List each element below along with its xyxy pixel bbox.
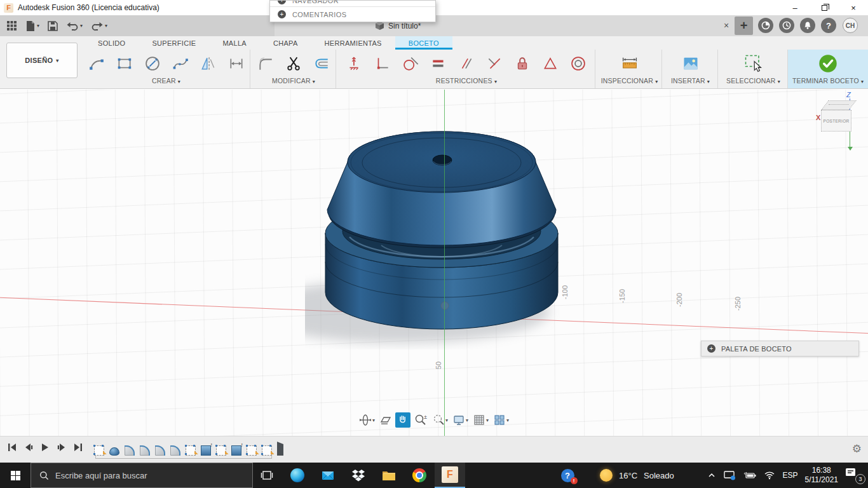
taskbar-search[interactable] bbox=[31, 463, 253, 488]
timeline-feature-extrude[interactable] bbox=[231, 445, 241, 456]
polygon-constraint-button[interactable] bbox=[538, 51, 563, 76]
battery-icon[interactable] bbox=[743, 471, 757, 480]
save-button[interactable] bbox=[48, 21, 58, 31]
timeline-feature-sketch[interactable] bbox=[94, 445, 104, 456]
fillet-tool-button[interactable] bbox=[253, 51, 278, 76]
weather-widget[interactable]: 16°C Soleado bbox=[600, 463, 708, 488]
pan-button[interactable] bbox=[395, 412, 410, 428]
minimize-button[interactable]: – bbox=[780, 0, 810, 15]
tab-chapa[interactable]: CHAPA bbox=[260, 36, 311, 50]
spline-tool-button[interactable] bbox=[168, 51, 193, 76]
zoom-button[interactable]: ± bbox=[412, 412, 429, 428]
group-insertar-label[interactable]: INSERTAR ▾ bbox=[663, 77, 717, 88]
job-status-button[interactable] bbox=[758, 18, 773, 33]
menu-item-navegador-clipped[interactable]: +NAVEGADOR bbox=[270, 1, 435, 7]
play-button[interactable] bbox=[39, 442, 51, 453]
tab-malla[interactable]: MALLA bbox=[209, 36, 260, 50]
group-modificar-label[interactable]: MODIFICAR ▾ bbox=[252, 77, 336, 88]
lock-constraint-button[interactable] bbox=[510, 51, 535, 76]
cast-display-icon[interactable] bbox=[723, 470, 736, 480]
vertical-constraint-button[interactable] bbox=[342, 51, 367, 76]
new-tab-button[interactable]: + bbox=[735, 17, 753, 35]
go-to-end-button[interactable] bbox=[72, 442, 84, 453]
timeline-feature-sketch[interactable] bbox=[262, 445, 272, 456]
tab-solido[interactable]: SOLIDO bbox=[85, 36, 139, 50]
file-menu-button[interactable]: ▾ bbox=[25, 20, 39, 32]
tangent-constraint-button[interactable] bbox=[398, 51, 423, 76]
timeline-feature-fillet[interactable] bbox=[155, 445, 165, 456]
mirror-tool-button[interactable] bbox=[196, 51, 221, 76]
timeline-feature-revolve[interactable] bbox=[109, 447, 119, 456]
help-button[interactable]: ? bbox=[821, 18, 836, 33]
viewcube-front-face[interactable]: POSTERIOR bbox=[821, 110, 851, 132]
restore-button[interactable] bbox=[810, 0, 839, 15]
rectangle-tool-button[interactable] bbox=[112, 51, 137, 76]
timeline-feature-sketch[interactable] bbox=[216, 445, 226, 456]
tab-superficie[interactable]: SUPERFICIE bbox=[139, 36, 209, 50]
tab-close-button[interactable]: × bbox=[720, 19, 733, 32]
menu-item-comentarios[interactable]: + COMENTARIOS bbox=[270, 7, 435, 22]
mail-button[interactable] bbox=[313, 463, 343, 488]
clock[interactable]: 16:38 5/11/2021 bbox=[805, 466, 839, 485]
offset-tool-button[interactable] bbox=[309, 51, 334, 76]
grid-settings-button[interactable]: ▾ bbox=[471, 412, 490, 428]
group-seleccionar-label[interactable]: SELECCIONAR ▾ bbox=[719, 77, 787, 88]
wifi-icon[interactable] bbox=[764, 471, 775, 480]
timeline-feature-sketch[interactable] bbox=[186, 445, 196, 456]
circle-tool-button[interactable] bbox=[140, 51, 165, 76]
edge-button[interactable] bbox=[282, 463, 313, 488]
collinear-constraint-button[interactable] bbox=[482, 51, 507, 76]
dimension-tool-button[interactable] bbox=[224, 51, 249, 76]
group-inspeccionar-label[interactable]: INSPECCIONAR ▾ bbox=[597, 77, 661, 88]
measure-tool-button[interactable] bbox=[617, 51, 642, 76]
perpendicular-constraint-button[interactable] bbox=[370, 51, 395, 76]
sketch-palette-bar[interactable]: + PALETA DE BOCETO bbox=[701, 341, 859, 356]
finish-sketch-button[interactable] bbox=[815, 51, 841, 76]
select-tool-button[interactable] bbox=[741, 51, 766, 76]
zoom-window-button[interactable]: ▾ bbox=[431, 412, 449, 428]
close-button[interactable]: × bbox=[839, 0, 868, 15]
viewport[interactable]: -100 -150 -200 -250 50 Z X POSTERIOR + P… bbox=[0, 90, 868, 436]
timeline-position-marker[interactable] bbox=[277, 442, 283, 456]
action-center-button[interactable]: 3 bbox=[845, 468, 864, 483]
start-button[interactable] bbox=[0, 463, 31, 488]
timeline-feature-sketch[interactable] bbox=[247, 445, 257, 456]
redo-button[interactable]: ▾ bbox=[91, 21, 107, 31]
group-restricciones-label[interactable]: RESTRICCIONES ▾ bbox=[338, 77, 595, 88]
viewcube[interactable]: Z X POSTERIOR bbox=[816, 92, 865, 156]
timeline-feature-fillet[interactable] bbox=[140, 445, 150, 456]
chrome-button[interactable] bbox=[404, 463, 435, 488]
viewports-button[interactable]: ▾ bbox=[492, 412, 510, 428]
orbit-button[interactable]: ▾ bbox=[358, 412, 376, 428]
hidden-icons-chevron[interactable] bbox=[707, 471, 716, 479]
tab-boceto[interactable]: BOCETO bbox=[395, 36, 452, 50]
tab-herramientas[interactable]: HERRAMIENTAS bbox=[311, 36, 395, 50]
get-help-button[interactable]: ? ! bbox=[552, 463, 583, 488]
task-view-button[interactable] bbox=[252, 463, 282, 488]
group-terminar-label[interactable]: TERMINAR BOCETO ▾ bbox=[788, 77, 868, 88]
arc-tool-button[interactable] bbox=[84, 51, 109, 76]
file-explorer-button[interactable] bbox=[374, 463, 404, 488]
fusion360-taskbar-button[interactable]: F bbox=[435, 463, 465, 488]
group-crear-label[interactable]: CREAR ▾ bbox=[83, 77, 250, 88]
look-at-button[interactable] bbox=[378, 412, 393, 428]
equal-constraint-button[interactable] bbox=[426, 51, 451, 76]
history-button[interactable] bbox=[779, 18, 794, 33]
insert-image-button[interactable] bbox=[678, 51, 703, 76]
timeline-feature-extrude[interactable] bbox=[201, 445, 211, 456]
environment-dropdown[interactable]: DISEÑO ▾ bbox=[6, 43, 78, 78]
app-grid-button[interactable] bbox=[6, 20, 17, 31]
viewcube-top-face[interactable] bbox=[821, 100, 857, 110]
notifications-button[interactable] bbox=[800, 18, 815, 33]
timeline-settings-gear-icon[interactable]: ⚙ bbox=[852, 442, 862, 456]
step-back-button[interactable] bbox=[23, 442, 34, 453]
language-indicator[interactable]: ESP bbox=[782, 471, 797, 480]
concentric-constraint-button[interactable] bbox=[566, 51, 591, 76]
trim-tool-button[interactable] bbox=[281, 51, 306, 76]
display-settings-button[interactable]: ▾ bbox=[451, 412, 470, 428]
go-to-start-button[interactable] bbox=[6, 442, 18, 453]
model-3d[interactable] bbox=[305, 102, 578, 362]
step-forward-button[interactable] bbox=[56, 442, 67, 453]
parallel-constraint-button[interactable] bbox=[454, 51, 479, 76]
timeline-feature-fillet[interactable] bbox=[170, 445, 180, 456]
